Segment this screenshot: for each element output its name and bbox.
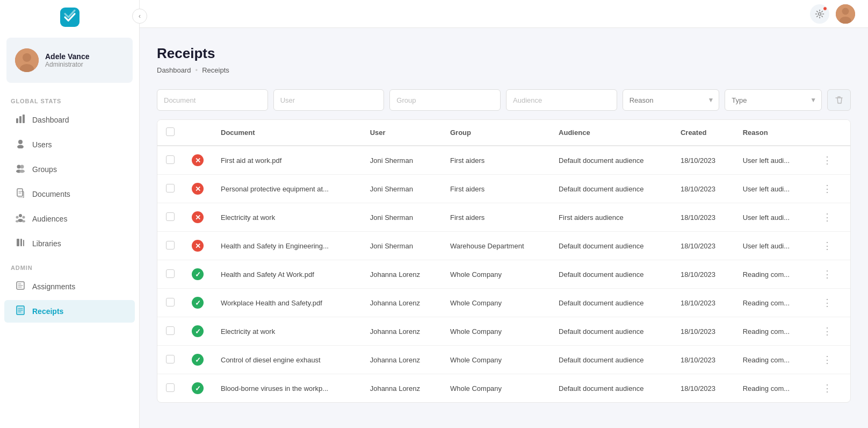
row-more-button[interactable]: ⋮ xyxy=(819,296,835,310)
row-checkbox-cell xyxy=(157,260,183,289)
app-logo xyxy=(0,0,139,31)
row-document: Personal protective equipment at... xyxy=(212,175,361,203)
row-audience: Default document audience xyxy=(550,374,672,403)
row-created: 18/10/2023 xyxy=(672,346,734,374)
row-more-button[interactable]: ⋮ xyxy=(819,182,835,196)
row-checkbox[interactable] xyxy=(166,355,175,363)
delete-filter-button[interactable] xyxy=(827,89,851,111)
page-title: Receipts xyxy=(157,45,851,62)
nav-label-libraries: Libraries xyxy=(32,239,61,248)
row-status-cell: ✓ xyxy=(183,317,212,346)
row-created: 18/10/2023 xyxy=(672,203,734,232)
row-document: Blood-borne viruses in the workp... xyxy=(212,374,361,403)
status-header xyxy=(183,120,212,146)
group-header: Group xyxy=(442,120,550,146)
row-checkbox[interactable] xyxy=(166,155,175,164)
nav-label-audiences: Audiences xyxy=(32,215,67,223)
row-more-button[interactable]: ⋮ xyxy=(819,324,835,338)
sidebar-item-libraries[interactable]: Libraries xyxy=(4,232,135,255)
row-reason: User left audi... xyxy=(734,175,811,203)
sidebar-item-users[interactable]: Users xyxy=(4,133,135,156)
svg-rect-5 xyxy=(19,116,21,123)
row-actions: ⋮ xyxy=(811,289,850,317)
row-checkbox-cell xyxy=(157,317,183,346)
profile-role: Administrator xyxy=(45,61,90,68)
row-document: First aid at work.pdf xyxy=(212,146,361,175)
sidebar-item-assignments[interactable]: Assignments xyxy=(4,275,135,298)
row-more-button[interactable]: ⋮ xyxy=(819,381,835,395)
row-checkbox[interactable] xyxy=(166,241,175,249)
svg-point-10 xyxy=(20,165,24,169)
row-reason: Reading com... xyxy=(734,346,811,374)
row-user: Joni Sherman xyxy=(361,146,442,175)
svg-point-16 xyxy=(23,216,25,219)
doc-icon xyxy=(15,188,26,200)
group-filter[interactable] xyxy=(389,89,501,111)
row-reason: User left audi... xyxy=(734,203,811,232)
user-avatar-button[interactable] xyxy=(836,4,855,24)
table-row: ✓ Workplace Health and Safety.pdf Johann… xyxy=(157,289,850,317)
table-row: ✓ Control of diesel engine exhaust Johan… xyxy=(157,346,850,374)
library-icon xyxy=(15,238,26,249)
row-checkbox[interactable] xyxy=(166,212,175,221)
row-created: 18/10/2023 xyxy=(672,146,734,175)
sidebar-item-receipts[interactable]: Receipts xyxy=(4,300,135,323)
row-more-button[interactable]: ⋮ xyxy=(819,353,835,367)
table-row: ✕ Health and Safety in Engineering... Jo… xyxy=(157,232,850,260)
row-group: Whole Company xyxy=(442,317,550,346)
row-checkbox-cell xyxy=(157,374,183,403)
svg-point-15 xyxy=(16,216,19,219)
document-filter[interactable] xyxy=(157,89,268,111)
row-audience: First aiders audience xyxy=(550,203,672,232)
row-more-button[interactable]: ⋮ xyxy=(819,210,835,224)
row-status-cell: ✓ xyxy=(183,374,212,403)
breadcrumb-separator: • xyxy=(196,66,198,74)
status-error-icon: ✕ xyxy=(192,183,204,195)
row-user: Joni Sherman xyxy=(361,232,442,260)
row-checkbox[interactable] xyxy=(166,383,175,392)
nav-label-receipts: Receipts xyxy=(32,307,63,316)
table-row: ✓ Blood-borne viruses in the workp... Jo… xyxy=(157,374,850,403)
status-success-icon: ✓ xyxy=(192,354,204,366)
document-header: Document xyxy=(212,120,361,146)
row-audience: Default document audience xyxy=(550,175,672,203)
sidebar-item-documents[interactable]: Documents xyxy=(4,183,135,205)
status-success-icon: ✓ xyxy=(192,382,204,394)
assign-icon xyxy=(15,281,26,293)
row-document: Control of diesel engine exhaust xyxy=(212,346,361,374)
sidebar-item-groups[interactable]: Groups xyxy=(4,158,135,181)
audience-filter[interactable] xyxy=(506,89,617,111)
row-more-button[interactable]: ⋮ xyxy=(819,267,835,281)
row-checkbox[interactable] xyxy=(166,298,175,306)
row-group: Warehouse Department xyxy=(442,232,550,260)
row-group: Whole Company xyxy=(442,260,550,289)
row-actions: ⋮ xyxy=(811,260,850,289)
svg-rect-21 xyxy=(20,239,22,246)
admin-label: ADMIN xyxy=(0,256,139,274)
status-success-icon: ✓ xyxy=(192,297,204,309)
sidebar-toggle[interactable]: ‹ xyxy=(132,9,147,24)
sidebar-item-audiences[interactable]: Audiences xyxy=(4,208,135,230)
svg-rect-6 xyxy=(23,115,25,123)
select-all-checkbox[interactable] xyxy=(166,127,175,136)
row-actions: ⋮ xyxy=(811,346,850,374)
row-document: Electricity at work xyxy=(212,317,361,346)
reason-filter[interactable] xyxy=(623,89,720,111)
row-checkbox[interactable] xyxy=(166,326,175,335)
receipts-table: Document User Group Audience Created Rea… xyxy=(157,119,851,403)
sidebar-item-dashboard[interactable]: Dashboard xyxy=(4,109,135,131)
row-created: 18/10/2023 xyxy=(672,232,734,260)
row-more-button[interactable]: ⋮ xyxy=(819,239,835,253)
row-checkbox[interactable] xyxy=(166,184,175,192)
type-filter[interactable] xyxy=(725,89,822,111)
row-reason: Reading com... xyxy=(734,260,811,289)
settings-button[interactable] xyxy=(810,4,829,24)
svg-rect-4 xyxy=(16,118,18,123)
row-created: 18/10/2023 xyxy=(672,260,734,289)
user-filter[interactable] xyxy=(273,89,385,111)
row-checkbox[interactable] xyxy=(166,269,175,278)
svg-point-26 xyxy=(819,12,821,15)
row-document: Electricity at work xyxy=(212,203,361,232)
breadcrumb-home[interactable]: Dashboard xyxy=(157,66,191,74)
row-more-button[interactable]: ⋮ xyxy=(819,153,835,167)
